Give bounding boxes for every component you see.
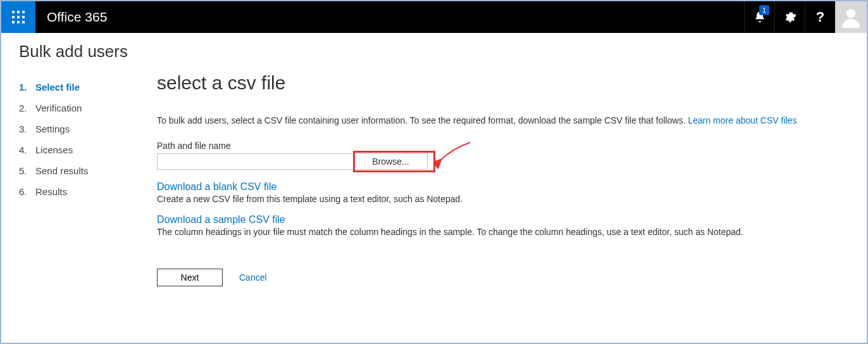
wizard-actions: Next Cancel [157, 269, 867, 286]
wizard-step-number: 5. [19, 165, 29, 176]
settings-button[interactable] [774, 1, 805, 33]
svg-rect-5 [22, 16, 25, 18]
help-button[interactable]: ? [805, 1, 835, 33]
svg-rect-8 [22, 21, 25, 23]
app-header: Office 365 1 ? [1, 1, 867, 33]
wizard-step-number: 4. [19, 144, 29, 155]
wizard-step-label: Licenses [35, 144, 73, 155]
wizard-step-label: Select file [35, 82, 80, 92]
svg-rect-7 [17, 21, 20, 23]
page-title: Bulk add users [19, 42, 157, 61]
svg-rect-3 [12, 16, 15, 18]
person-icon [840, 6, 862, 28]
wizard-step-label: Send results [35, 165, 88, 176]
download-sample-block: Download a sample CSV file The column he… [157, 214, 867, 237]
wizard-step-number: 1. [19, 82, 29, 92]
svg-point-9 [846, 9, 855, 18]
wizard-step-5[interactable]: 5.Send results [19, 160, 157, 181]
main-heading: select a csv file [157, 72, 867, 94]
path-input[interactable] [157, 153, 354, 170]
download-blank-desc: Create a new CSV file from this template… [157, 194, 867, 204]
next-button[interactable]: Next [157, 269, 223, 286]
browse-button[interactable]: Browse... [354, 153, 428, 170]
wizard-sidebar: 1.Select file2.Verification3.Settings4.L… [19, 70, 157, 202]
intro-text: To bulk add users, select a CSV file con… [157, 115, 688, 125]
svg-rect-0 [12, 11, 15, 13]
download-sample-link[interactable]: Download a sample CSV file [157, 214, 285, 225]
wizard-step-number: 3. [19, 124, 29, 134]
download-blank-link[interactable]: Download a blank CSV file [157, 181, 276, 192]
wizard-step-label: Results [35, 186, 67, 197]
app-launcher[interactable] [1, 1, 35, 33]
svg-rect-1 [17, 11, 20, 13]
wizard-steps-list: 1.Select file2.Verification3.Settings4.L… [19, 77, 157, 202]
notification-badge: 1 [759, 5, 769, 15]
wizard-step-3[interactable]: 3.Settings [19, 118, 157, 139]
svg-rect-6 [12, 21, 15, 23]
main-panel: select a csv file To bulk add users, sel… [157, 42, 867, 286]
intro-paragraph: To bulk add users, select a CSV file con… [157, 115, 867, 125]
left-column: Bulk add users 1.Select file2.Verificati… [19, 42, 157, 286]
waffle-icon [12, 11, 25, 23]
wizard-step-4[interactable]: 4.Licenses [19, 139, 157, 160]
svg-rect-4 [17, 16, 20, 18]
notifications-button[interactable]: 1 [744, 1, 774, 33]
gear-icon [784, 11, 797, 23]
learn-more-link[interactable]: Learn more about CSV files [688, 115, 797, 125]
question-icon: ? [816, 9, 824, 25]
wizard-step-number: 6. [19, 186, 29, 197]
wizard-step-6[interactable]: 6.Results [19, 181, 157, 202]
path-label: Path and file name [157, 141, 867, 151]
wizard-step-number: 2. [19, 103, 29, 113]
brand-title: Office 365 [35, 1, 107, 33]
wizard-step-1[interactable]: 1.Select file [19, 77, 157, 98]
file-picker-row: Browse... [157, 153, 867, 170]
cancel-link[interactable]: Cancel [239, 272, 267, 283]
content-area: Bulk add users 1.Select file2.Verificati… [1, 33, 867, 286]
svg-rect-2 [22, 11, 25, 13]
download-sample-desc: The column headings in your file must ma… [157, 227, 867, 237]
wizard-step-label: Settings [35, 124, 70, 134]
user-avatar[interactable] [835, 1, 867, 33]
download-blank-block: Download a blank CSV file Create a new C… [157, 181, 867, 204]
wizard-step-label: Verification [35, 103, 82, 113]
wizard-step-2[interactable]: 2.Verification [19, 98, 157, 118]
